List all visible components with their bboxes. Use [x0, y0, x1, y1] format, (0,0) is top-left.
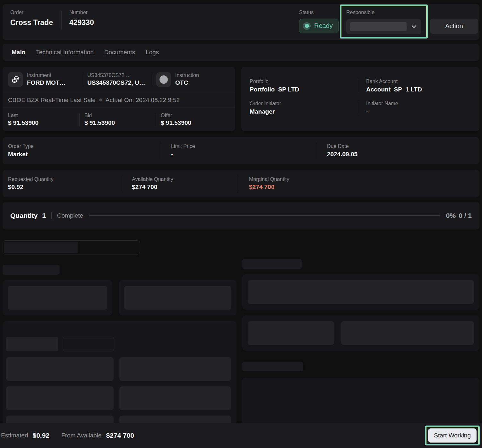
status-label: Status — [299, 10, 339, 15]
limit-price-value: - — [171, 151, 316, 158]
status-badge: Ready — [299, 19, 339, 33]
tab-technical-information[interactable]: Technical Information — [36, 49, 94, 56]
order-type-value: Market — [8, 151, 160, 158]
skeleton-label — [242, 259, 302, 269]
initiator-name-label: Initiator Name — [366, 101, 479, 107]
requested-quantity-label: Requested Quantity — [8, 177, 121, 182]
marginal-quantity-field: Marginal Quantity $274 700 — [238, 175, 289, 192]
quotes-row: Last $ 91.53900 Bid $ 91.53900 Offer $ 9… — [3, 108, 235, 131]
divider — [51, 212, 52, 219]
quantity-title: Quantity — [10, 212, 38, 220]
limit-price-field: Limit Price - — [160, 142, 316, 159]
skeleton-card — [242, 274, 479, 310]
instruction-cell: Instruction OTC — [152, 72, 199, 87]
instrument-row: Instrument FORD MOT… US345370CS72 … US34… — [3, 67, 235, 92]
number-value: 429330 — [69, 18, 94, 27]
tab-main[interactable]: Main — [12, 49, 25, 56]
responsible-label: Responsible — [346, 10, 421, 15]
order-label: Order — [10, 10, 53, 15]
from-available-label: From Available — [61, 432, 101, 439]
skeleton-label — [242, 362, 303, 371]
quote-bid-value: $ 91.53900 — [84, 119, 156, 126]
skeleton-block — [248, 321, 334, 345]
circle-icon — [156, 72, 171, 87]
available-quantity-label: Available Quantity — [132, 177, 238, 182]
header-actions: Status Ready Responsible Action — [299, 10, 478, 39]
order-initiator-label: Order Initiator — [250, 101, 359, 107]
market-source: CBOE BZX Real-Time Last Sale — [8, 97, 96, 104]
quantity-progress-row: Quantity 1 Complete 0% 0 / 1 — [3, 202, 479, 229]
instruction-value: OTC — [175, 79, 199, 86]
action-button[interactable]: Action — [430, 19, 478, 34]
bank-account-label: Bank Account — [366, 79, 479, 84]
loading-skeleton-area — [3, 235, 479, 448]
annotation-highlight-start-working: Start Working — [425, 426, 480, 445]
status-dot-icon — [303, 22, 311, 30]
due-date-value: 2024.09.05 — [327, 151, 357, 158]
limit-price-label: Limit Price — [171, 143, 316, 149]
order-initiator-field: Order Initiator Manager — [250, 101, 359, 115]
isin-value: US345370CS72, U… — [87, 79, 145, 86]
header-divider — [61, 11, 62, 30]
skeleton-chip — [6, 337, 58, 351]
progress-ratio: 0 / 1 — [459, 212, 472, 220]
tab-logs[interactable]: Logs — [146, 49, 159, 56]
order-value: Cross Trade — [10, 18, 53, 27]
skeleton-grid-row — [6, 386, 231, 410]
quote-offer: Offer $ 91.53900 — [161, 113, 232, 126]
coins-icon — [8, 72, 23, 87]
quote-last: Last $ 91.53900 — [8, 113, 79, 126]
divider — [156, 113, 156, 126]
chevron-down-icon — [410, 23, 417, 30]
quote-bid-label: Bid — [84, 113, 156, 118]
skeleton-block — [124, 286, 231, 310]
instruction-field: Instruction OTC — [175, 73, 199, 86]
skeleton-block — [6, 357, 114, 381]
instrument-card: Instrument FORD MOT… US345370CS72 … US34… — [3, 67, 235, 131]
responsible-dropdown[interactable] — [346, 19, 421, 34]
progress-percent: 0% — [446, 212, 456, 220]
order-type-field: Order Type Market — [3, 142, 160, 159]
quote-offer-value: $ 91.53900 — [161, 119, 232, 126]
bank-account-field: Bank Account Account_SP_1 LTD — [359, 79, 479, 93]
skeleton-card — [3, 280, 112, 315]
skeleton-card — [119, 280, 237, 315]
order-header: Order Cross Trade Number 429330 Status R… — [3, 4, 479, 40]
order-details-strip: Order Type Market Limit Price - Due Date… — [3, 137, 479, 164]
initiator-name-value: - — [366, 108, 479, 115]
complete-label: Complete — [57, 212, 83, 219]
order-type-label: Order Type — [8, 143, 160, 149]
status-group: Status Ready — [299, 10, 339, 33]
skeleton-block — [119, 357, 231, 381]
skeleton-left-column — [3, 235, 237, 448]
skeleton-block — [6, 386, 114, 410]
market-data-row: CBOE BZX Real-Time Last Sale Actual On: … — [3, 92, 235, 108]
number-label: Number — [69, 10, 94, 15]
due-date-label: Due Date — [327, 143, 357, 149]
start-working-button[interactable]: Start Working — [428, 428, 477, 443]
progress-bar — [89, 215, 440, 216]
skeleton-card — [242, 315, 479, 351]
quantity-summary-strip: Requested Quantity $0.92 Available Quant… — [3, 170, 479, 197]
divider — [79, 113, 80, 126]
number-field: Number 429330 — [69, 10, 94, 27]
quantity-count: 1 — [42, 212, 46, 220]
tab-documents[interactable]: Documents — [104, 49, 135, 56]
instrument-cell: Instrument FORD MOT… — [8, 72, 83, 87]
quote-bid: Bid $ 91.53900 — [84, 113, 156, 126]
portfolio-label: Portfolio — [250, 79, 359, 84]
marginal-quantity-value: $274 700 — [249, 184, 289, 191]
skeleton-right-column — [242, 235, 479, 448]
skeleton-chip-outline — [63, 337, 114, 351]
portfolio-value: Portfolio_SP LTD — [250, 86, 359, 93]
skeleton-grid-row — [6, 357, 231, 381]
instruction-label: Instruction — [175, 73, 199, 78]
actual-on: Actual On: 2024.08.22 9:52 — [106, 97, 180, 104]
skeleton-block — [8, 286, 107, 310]
tab-bar: Main Technical Information Documents Log… — [3, 44, 479, 61]
dot-separator-icon — [99, 99, 102, 101]
available-quantity-value: $274 700 — [132, 184, 238, 191]
isin-label: US345370CS72 … — [87, 73, 145, 78]
skeleton-block — [341, 321, 474, 345]
info-cards-row: Instrument FORD MOT… US345370CS72 … US34… — [3, 67, 479, 131]
